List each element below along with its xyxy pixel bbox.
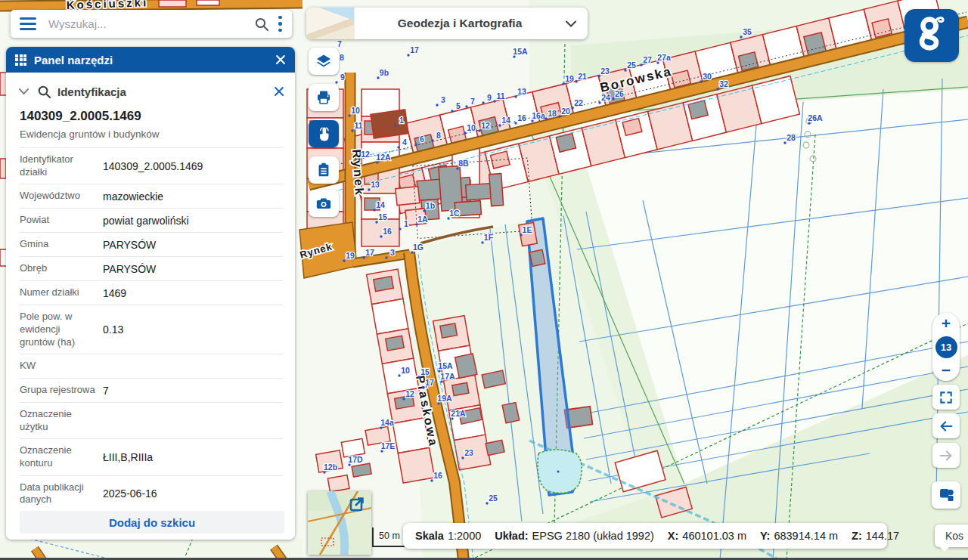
svg-text:23: 23 [600, 67, 610, 76]
pond [538, 450, 582, 493]
svg-text:25: 25 [489, 493, 498, 503]
layers-button[interactable] [309, 48, 339, 75]
printer-icon [315, 89, 332, 106]
svg-text:1A: 1A [417, 215, 428, 224]
svg-text:17: 17 [425, 378, 434, 387]
arrow-forward-icon [938, 448, 954, 463]
svg-text:17D: 17D [348, 455, 363, 464]
svg-text:8: 8 [436, 131, 441, 140]
svg-text:15: 15 [420, 367, 430, 376]
feature-source: Ewidencja gruntów i budynków [20, 128, 281, 140]
attr-row-identyfikator: Identyfikator działki 140309_2.0005.1469 [20, 147, 283, 184]
svg-text:15A: 15A [438, 361, 453, 370]
svg-text:23: 23 [464, 448, 473, 457]
fullscreen-button[interactable] [932, 385, 960, 410]
svg-text:4: 4 [402, 138, 407, 147]
svg-text:3: 3 [390, 248, 395, 257]
pegman-icon [937, 487, 955, 503]
panel-close-icon[interactable] [275, 54, 286, 65]
svg-text:11: 11 [354, 121, 362, 130]
tools-panel-title: Panel narzędzi [34, 54, 275, 67]
attr-row-powiat: Powiat powiat garwoliński [20, 208, 283, 232]
identify-finger-icon [315, 125, 332, 142]
svg-text:8: 8 [340, 53, 344, 62]
identify-tool-title: Identyfikacja [57, 85, 274, 98]
svg-text:13: 13 [517, 87, 526, 96]
geoportal-logo[interactable] [904, 9, 959, 62]
svg-text:1F: 1F [484, 233, 494, 242]
attr-row-oznaczenie-uzytku: Oznaczenie użytku [20, 402, 283, 438]
svg-text:19: 19 [346, 251, 355, 260]
add-to-sketch-button[interactable]: Dodaj do szkicu [20, 511, 284, 534]
pond-dot [557, 470, 559, 472]
identify-results: Identyfikacja 140309_2.0005.1469 Ewidenc… [6, 73, 295, 540]
overview-map[interactable] [308, 491, 371, 555]
svg-text:15: 15 [378, 212, 387, 221]
attribute-table: Identyfikator działki 140309_2.0005.1469… [20, 147, 283, 518]
svg-text:35: 35 [743, 27, 752, 36]
svg-text:12b: 12b [324, 463, 337, 472]
svg-text:13: 13 [371, 180, 380, 189]
geoportal-g-icon [914, 15, 949, 56]
zoom-in-button[interactable]: + [942, 317, 951, 330]
svg-text:26A: 26A [808, 113, 823, 122]
status-scale: Skala1:2000 [415, 530, 481, 542]
svg-text:9b: 9b [380, 68, 389, 77]
identify-close-icon[interactable] [274, 86, 284, 97]
arrow-back-icon [938, 419, 954, 434]
reports-button[interactable] [309, 156, 339, 184]
status-x: X:460101.03 m [668, 530, 746, 542]
svg-text:1: 1 [404, 219, 408, 228]
svg-text:17: 17 [365, 248, 374, 257]
svg-text:19A: 19A [437, 394, 452, 403]
svg-text:26: 26 [615, 89, 624, 98]
svg-text:14a: 14a [380, 418, 394, 427]
svg-text:24: 24 [601, 93, 610, 102]
svg-text:17A: 17A [440, 372, 455, 381]
fullscreen-corners-icon [939, 390, 954, 405]
hamburger-menu-icon[interactable] [20, 17, 36, 30]
svg-text:16a: 16a [532, 111, 545, 120]
zoom-control: + 13 − [932, 313, 960, 381]
zoom-out-button[interactable]: − [942, 364, 951, 377]
print-button[interactable] [309, 84, 339, 111]
attr-row-data-publikacji: Data publikacji danych 2025-06-16 [20, 475, 283, 512]
identify-button[interactable] [309, 120, 339, 147]
attr-row-oznaczenie-konturu: Oznaczenie konturu ŁIII,B,RIIIa [20, 438, 283, 475]
chevron-down-icon[interactable] [565, 20, 577, 27]
svg-text:16: 16 [517, 113, 526, 122]
apps-grid-icon [15, 54, 26, 66]
status-z: Z:144.17 [852, 530, 899, 542]
svg-text:17: 17 [410, 45, 419, 54]
forward-button[interactable] [932, 443, 960, 468]
svg-text:11: 11 [496, 91, 504, 101]
svg-text:25: 25 [627, 60, 636, 70]
zoom-level-badge: 13 [935, 336, 957, 358]
svg-text:27: 27 [643, 55, 652, 64]
street-view-button[interactable] [932, 481, 960, 509]
svg-text:5: 5 [456, 101, 461, 110]
search-icon[interactable] [254, 17, 269, 32]
tools-panel: Panel narzędzi Identyfikacja 140309_2.00… [6, 47, 295, 540]
profile-dropdown[interactable]: Geodezja i Kartografia [306, 8, 588, 39]
building-in-parcel [529, 249, 545, 266]
overview-map-image [308, 491, 371, 555]
report-clipboard-icon [315, 162, 332, 178]
status-y: Y:683914.14 m [760, 530, 838, 542]
svg-text:30: 30 [703, 72, 712, 81]
svg-text:21A: 21A [451, 409, 466, 418]
chevron-down-icon[interactable] [18, 88, 29, 95]
search-input[interactable] [48, 17, 247, 30]
kebab-menu-icon[interactable] [278, 16, 283, 32]
attr-row-obreb: Obręb PARYSÓW [20, 256, 283, 280]
street-tooltip: Kos [935, 524, 968, 547]
svg-text:7: 7 [470, 97, 475, 106]
status-bar: Skala1:2000 Układ:EPSG 2180 (układ 1992)… [403, 523, 887, 549]
back-button[interactable] [932, 413, 960, 438]
svg-text:3: 3 [441, 95, 445, 104]
screenshot-button[interactable] [309, 190, 339, 217]
svg-text:10: 10 [467, 123, 476, 132]
geoportal-app: Kościuszki Borowska Rynek Rynek Piaskowa… [0, 0, 968, 560]
svg-text:16: 16 [433, 471, 442, 480]
svg-text:1G: 1G [413, 243, 424, 252]
